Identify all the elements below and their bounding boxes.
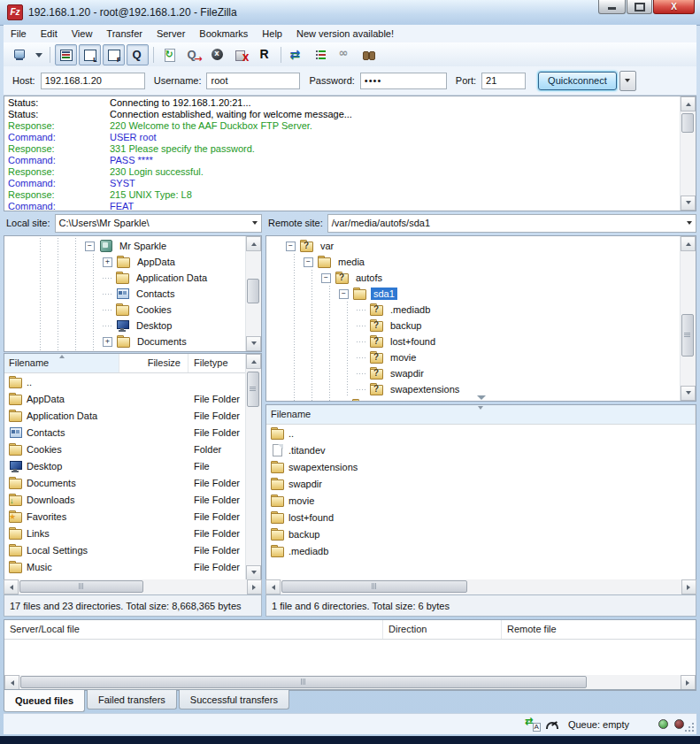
message-log-vscrollbar[interactable]: [680, 96, 696, 211]
host-input[interactable]: [41, 73, 145, 89]
tree-item-swapextensions[interactable]: ?swapextensions: [266, 381, 681, 397]
tree-item-dvd[interactable]: ?dvd: [266, 397, 681, 401]
scroll-thumb[interactable]: [281, 580, 467, 593]
tree-item-media[interactable]: −media: [266, 254, 681, 270]
remote-site-combobox[interactable]: /var/media/autofs/sda1: [327, 214, 696, 233]
file-row-mediadb[interactable]: .mediadb: [266, 542, 696, 559]
expander-plus-icon[interactable]: +: [103, 257, 112, 267]
menu-item-server[interactable]: Server: [150, 25, 192, 42]
toolbar-disconnect-button[interactable]: [230, 44, 252, 65]
file-row-backup[interactable]: backup: [266, 525, 696, 542]
toolbar-file-search-button[interactable]: [358, 44, 380, 65]
scroll-thumb[interactable]: [19, 580, 143, 593]
tree-item-downloads[interactable]: +↓Downloads: [4, 349, 246, 351]
menu-item-view[interactable]: View: [65, 25, 100, 42]
tree-item-backup[interactable]: ?backup: [266, 318, 681, 334]
file-row-desktop[interactable]: DesktopFile: [4, 457, 246, 474]
column-header-filetype[interactable]: Filetype: [188, 354, 246, 372]
file-row-appdata[interactable]: AppDataFile Folder: [4, 390, 246, 407]
resize-grip[interactable]: [684, 722, 695, 732]
expander-minus-icon[interactable]: −: [304, 257, 313, 267]
expander-minus-icon[interactable]: −: [85, 242, 95, 251]
username-input[interactable]: [206, 73, 300, 89]
file-row-application-data[interactable]: Application DataFile Folder: [4, 407, 246, 424]
scroll-thumb[interactable]: [247, 279, 259, 303]
tree-item-desktop[interactable]: Desktop: [4, 318, 246, 334]
tree-item-mr-sparkle[interactable]: −Mr Sparkle: [4, 238, 246, 254]
file-row-item[interactable]: ..: [4, 373, 246, 390]
scroll-thumb[interactable]: [20, 676, 587, 688]
file-row-cookies[interactable]: CookiesFolder: [4, 441, 246, 457]
tree-item-sda1[interactable]: −sda1: [266, 286, 681, 302]
toolbar-synchronized-browsing-button[interactable]: [334, 44, 356, 65]
scroll-up-button[interactable]: [681, 236, 696, 251]
scroll-up-button[interactable]: [246, 236, 261, 251]
toolbar-view-filters-button[interactable]: [310, 44, 332, 65]
file-row-contacts[interactable]: ContactsFile Folder: [4, 424, 246, 441]
toolbar-process-queue-button[interactable]: [182, 44, 204, 65]
tab-queued-files[interactable]: Queued files: [4, 690, 85, 712]
file-row-documents[interactable]: DocumentsFile Folder: [4, 474, 246, 491]
column-header-filename[interactable]: Filename: [4, 354, 119, 372]
column-header-filename[interactable]: Filename: [266, 405, 696, 424]
expander-plus-icon[interactable]: +: [103, 337, 112, 347]
file-row-swapdir[interactable]: swapdir: [266, 475, 696, 492]
local-tree-vscrollbar[interactable]: [245, 236, 261, 351]
password-input[interactable]: [360, 73, 447, 89]
scroll-right-button[interactable]: [681, 579, 696, 594]
scroll-down-button[interactable]: [246, 565, 261, 580]
speed-limit-icon[interactable]: [544, 717, 559, 732]
maximize-button[interactable]: [627, 0, 652, 14]
toolbar-toggle-local-tree-button[interactable]: [79, 44, 101, 65]
tree-item-contacts[interactable]: Contacts: [4, 286, 246, 302]
file-row-lost-found[interactable]: lost+found: [266, 509, 696, 525]
scroll-down-button[interactable]: [681, 386, 696, 401]
tree-item-var[interactable]: −?var: [266, 238, 681, 254]
tree-item-autofs[interactable]: −?autofs: [266, 270, 681, 286]
file-row-music[interactable]: MusicFile Folder: [4, 558, 246, 575]
scroll-right-button[interactable]: [247, 579, 262, 594]
scroll-thumb[interactable]: [681, 314, 694, 357]
scroll-left-button[interactable]: [4, 675, 19, 690]
scroll-thumb[interactable]: [681, 113, 694, 133]
expander-minus-icon[interactable]: −: [286, 242, 296, 251]
menu-item-file[interactable]: File: [4, 25, 34, 42]
close-button[interactable]: X: [653, 0, 695, 14]
tree-item-swapdir[interactable]: ?swapdir: [266, 365, 681, 381]
transfer-type-icon[interactable]: [526, 717, 541, 732]
expander-minus-icon[interactable]: −: [339, 289, 349, 299]
tree-item-lost-found[interactable]: ?lost+found: [266, 334, 681, 349]
toolbar-cancel-button[interactable]: [206, 44, 228, 65]
toolbar-site-manager-button[interactable]: [8, 44, 30, 65]
menu-item-new-version-available[interactable]: New version available!: [289, 25, 401, 42]
toolbar-reconnect-button[interactable]: [254, 44, 276, 65]
queue-hscrollbar[interactable]: [4, 675, 696, 690]
scroll-down-button[interactable]: [246, 336, 261, 351]
port-input[interactable]: [481, 73, 526, 89]
minimize-button[interactable]: [598, 0, 626, 14]
quickconnect-button[interactable]: Quickconnect: [538, 72, 617, 90]
menu-item-edit[interactable]: Edit: [34, 25, 65, 42]
toolbar-directory-comparison-button[interactable]: [286, 44, 308, 65]
tab-failed-transfers[interactable]: Failed transfers: [87, 690, 177, 709]
scroll-thumb[interactable]: [247, 372, 259, 407]
tree-item-mediadb[interactable]: ?.mediadb: [266, 302, 681, 318]
local-list-vscrollbar[interactable]: [245, 354, 261, 580]
scroll-left-button[interactable]: [4, 579, 19, 594]
expander-minus-icon[interactable]: −: [321, 273, 331, 283]
file-row-links[interactable]: LinksFile Folder: [4, 525, 246, 541]
remote-list-hscrollbar[interactable]: [265, 579, 696, 594]
column-header-filesize[interactable]: Filesize: [119, 354, 188, 372]
splitter-collapse-icon[interactable]: [477, 395, 486, 404]
tree-item-application-data[interactable]: Application Data: [4, 270, 246, 286]
tab-successful-transfers[interactable]: Successful transfers: [179, 690, 289, 709]
tree-item-cookies[interactable]: Cookies: [4, 302, 246, 318]
scroll-right-button[interactable]: [681, 675, 696, 690]
toolbar-toggle-message-log-button[interactable]: [55, 44, 77, 65]
file-row-favorites[interactable]: ★FavoritesFile Folder: [4, 508, 246, 525]
scroll-up-button[interactable]: [681, 96, 696, 111]
scroll-left-button[interactable]: [265, 579, 281, 594]
scroll-up-button[interactable]: [246, 354, 261, 369]
queue-column-remote-file[interactable]: Remote file: [502, 620, 696, 639]
file-row-movie[interactable]: movie: [266, 492, 696, 509]
